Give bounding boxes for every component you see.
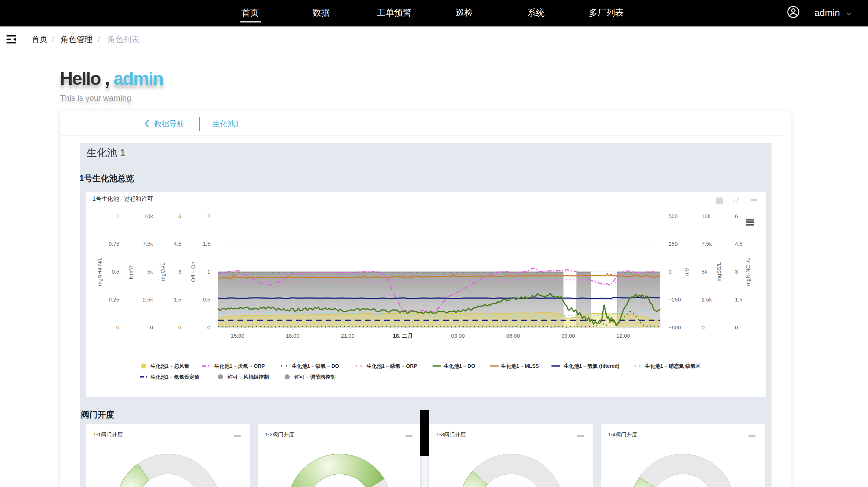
svg-text:许可 – 调节阀控制: 许可 – 调节阀控制	[294, 374, 336, 380]
svg-text:生化池1 – 硝态氮 缺氧区: 生化池1 – 硝态氮 缺氧区	[645, 363, 700, 369]
svg-text:7.5k: 7.5k	[702, 241, 712, 247]
svg-text:−250: −250	[669, 296, 681, 303]
svg-text:4.5: 4.5	[735, 241, 743, 247]
svg-text:0: 0	[702, 324, 704, 330]
svg-text:1.5: 1.5	[735, 296, 743, 303]
svg-text:06:00: 06:00	[506, 333, 520, 339]
svg-text:生化池1 – 总风量: 生化池1 – 总风量	[150, 363, 189, 369]
svg-text:4.5: 4.5	[174, 241, 181, 247]
svg-text:0: 0	[178, 324, 181, 330]
svg-text:6: 6	[178, 213, 181, 219]
svg-text:mgN-NO₃/L: mgN-NO₃/L	[745, 258, 751, 286]
svg-text:7.5k: 7.5k	[143, 241, 153, 247]
svg-text:1.5: 1.5	[174, 296, 181, 303]
svg-text:15:00: 15:00	[231, 333, 244, 339]
svg-text:03:00: 03:00	[451, 333, 465, 339]
svg-text:0.5: 0.5	[112, 269, 119, 275]
svg-text:18. 二月: 18. 二月	[393, 333, 413, 339]
svg-text:5k: 5k	[702, 269, 707, 275]
svg-text:5k: 5k	[147, 269, 153, 275]
svg-text:0: 0	[116, 324, 119, 330]
svg-text:mgSS/L: mgSS/L	[716, 262, 722, 281]
svg-text:2: 2	[207, 213, 210, 219]
svg-text:18:00: 18:00	[286, 333, 299, 339]
svg-text:500: 500	[669, 213, 678, 219]
svg-text:0: 0	[669, 269, 671, 275]
svg-text:2.5k: 2.5k	[143, 296, 153, 303]
svg-text:0: 0	[207, 324, 210, 330]
svg-text:0.75: 0.75	[109, 241, 119, 247]
svg-text:生化池1 – 氨氮 (filtered): 生化池1 – 氨氮 (filtered)	[563, 363, 619, 369]
svg-text:250: 250	[669, 241, 678, 247]
svg-text:0.25: 0.25	[109, 296, 119, 303]
svg-text:3: 3	[178, 269, 181, 275]
svg-text:0: 0	[735, 324, 738, 330]
svg-text:生化池1 – 缺氧 – ORP: 生化池1 – 缺氧 – ORP	[366, 363, 417, 369]
svg-text:生化池1 – 厌氧 – ORP: 生化池1 – 厌氧 – ORP	[214, 363, 265, 369]
svg-text:1.5: 1.5	[203, 241, 210, 247]
svg-text:许可 – 风机组控制: 许可 – 风机组控制	[227, 374, 269, 380]
svg-text:生化池1 – DO: 生化池1 – DO	[443, 363, 475, 369]
svg-text:21:00: 21:00	[341, 333, 355, 339]
svg-text:mgO₂/L: mgO₂/L	[160, 263, 166, 281]
svg-text:mgNH4-N/L: mgNH4-N/L	[96, 257, 103, 286]
svg-text:Off – On: Off – On	[190, 262, 196, 282]
svg-text:6: 6	[735, 213, 738, 219]
svg-text:10k: 10k	[702, 213, 711, 219]
svg-text:0.5: 0.5	[203, 296, 210, 303]
svg-text:mV: mV	[683, 268, 690, 276]
svg-text:09:00: 09:00	[561, 333, 575, 339]
svg-text:生化池1 – 氨氮设定值: 生化池1 – 氨氮设定值	[150, 374, 199, 380]
svg-text:1: 1	[116, 213, 119, 219]
svg-text:10k: 10k	[144, 213, 153, 219]
svg-text:生化池1 – 缺氧 – DO: 生化池1 – 缺氧 – DO	[292, 363, 339, 369]
svg-text:1号生化池 - 过程和许可: 1号生化池 - 过程和许可	[92, 196, 153, 202]
svg-text:1: 1	[207, 269, 210, 275]
svg-text:12:00: 12:00	[616, 333, 630, 339]
svg-text:0: 0	[150, 324, 153, 330]
svg-text:生化池1 – MLSS: 生化池1 – MLSS	[501, 363, 539, 369]
svg-text:2.5k: 2.5k	[702, 296, 712, 303]
svg-text:−500: −500	[669, 324, 681, 330]
svg-text:3: 3	[735, 269, 738, 275]
svg-text:Nm³/h: Nm³/h	[128, 265, 134, 279]
